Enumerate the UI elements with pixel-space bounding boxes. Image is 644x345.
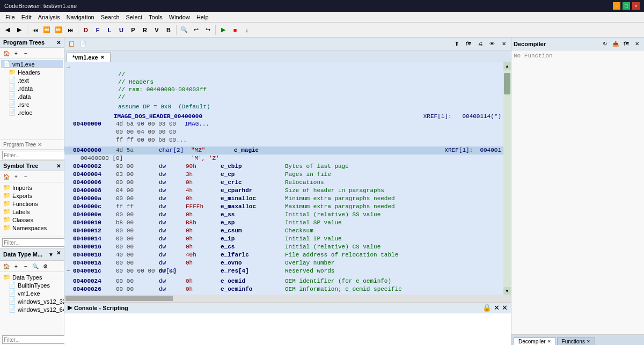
redo-button[interactable]: R: [140, 25, 150, 35]
listing-cursor-btn[interactable]: ⬆: [452, 39, 462, 49]
maximize-button[interactable]: □: [623, 2, 630, 10]
tab-vm1exe[interactable]: *vm1.exe ✕: [67, 53, 111, 62]
menu-file[interactable]: File: [2, 13, 18, 21]
dt-btn3[interactable]: −: [21, 262, 30, 270]
stop-button[interactable]: ■: [230, 25, 240, 35]
list-item[interactable]: 📄 .text: [1, 76, 63, 84]
param-button[interactable]: P: [128, 25, 138, 35]
go-to-next-button[interactable]: ⏩: [53, 25, 64, 35]
tab-functions[interactable]: Functions ✕: [557, 337, 595, 345]
console-lock-btn[interactable]: 🔒: [482, 304, 492, 312]
dt-menu-btn[interactable]: ▼: [47, 250, 55, 259]
listing-vscrollbar[interactable]: ▲ ▼: [503, 62, 511, 295]
list-item[interactable]: 📁 Classes: [1, 216, 63, 224]
menu-help[interactable]: Help: [193, 13, 212, 21]
decompiler-nav-btn[interactable]: 🗺: [621, 39, 631, 49]
close-button[interactable]: ×: [632, 2, 640, 10]
hscroll-thumb[interactable]: [65, 296, 173, 301]
undo-button[interactable]: ↩: [191, 25, 201, 35]
dt-btn4[interactable]: 🔍: [31, 262, 40, 270]
run-button[interactable]: ▶: [218, 25, 229, 35]
redo2-button[interactable]: ↪: [202, 25, 213, 35]
list-item[interactable]: 📁 Imports: [1, 183, 63, 192]
console-clear-btn[interactable]: ✕: [494, 304, 500, 312]
pt-expand-btn[interactable]: +: [12, 49, 20, 57]
collapse-icon[interactable]: −: [67, 147, 73, 153]
menu-search[interactable]: Search: [98, 13, 123, 21]
list-item[interactable]: 📄 BuiltInTypes: [1, 281, 63, 289]
decompiler-tab-close[interactable]: ✕: [547, 339, 551, 344]
listing-code-area[interactable]: → // // Headers // ram: 00400000-004003f…: [64, 62, 503, 295]
scroll-up-btn[interactable]: ▲: [503, 62, 511, 70]
edit-button[interactable]: U: [116, 25, 127, 35]
dt-btn5[interactable]: ⚙: [41, 262, 49, 270]
list-item[interactable]: 📁 Data Types: [1, 273, 63, 281]
list-item[interactable]: 📄 .data: [1, 92, 63, 100]
dt-btn1[interactable]: 🏠: [2, 262, 11, 270]
data-type-filter-input[interactable]: [2, 335, 74, 344]
st-btn3[interactable]: −: [21, 172, 30, 181]
listing-view-btn[interactable]: 👁: [487, 39, 497, 49]
collapse-icon[interactable]: −: [67, 268, 73, 274]
symbol-tree-filter-input[interactable]: [2, 238, 74, 247]
function-button[interactable]: F: [92, 25, 103, 35]
bookmark-button[interactable]: B: [163, 25, 174, 35]
menu-navigation[interactable]: Navigation: [63, 13, 98, 21]
st-btn1[interactable]: 🏠: [2, 172, 11, 181]
forward-button[interactable]: ▶: [14, 25, 25, 35]
label-button[interactable]: L: [104, 25, 115, 35]
symbol-tree-close[interactable]: ✕: [56, 163, 61, 169]
go-to-start-button[interactable]: ⏮: [30, 25, 40, 35]
list-item[interactable]: 📄 .rdata: [1, 84, 63, 92]
list-item[interactable]: 📄 .rsrc: [1, 100, 63, 108]
program-trees-filter-input[interactable]: [2, 151, 74, 159]
menu-tools[interactable]: Tools: [145, 13, 166, 21]
dt-btn2[interactable]: +: [12, 262, 20, 270]
list-item[interactable]: 📁 Namespaces: [1, 224, 63, 232]
listing-nav-btn[interactable]: 🗺: [464, 39, 473, 49]
decompiler-close-btn[interactable]: ✕: [632, 39, 642, 49]
listing-close-btn[interactable]: ✕: [499, 39, 509, 49]
step-button[interactable]: ↓: [241, 25, 252, 35]
menu-analysis[interactable]: Analysis: [35, 13, 63, 21]
listing-hscrollbar[interactable]: [64, 295, 511, 302]
pt-home-btn[interactable]: 🏠: [2, 49, 11, 57]
menu-select[interactable]: Select: [123, 13, 146, 21]
xref-button[interactable]: V: [151, 25, 162, 35]
list-item[interactable]: 📄 windows_vs12_32: [1, 297, 63, 305]
scroll-down-btn[interactable]: ▼: [503, 287, 511, 295]
listing-content[interactable]: → // // Headers // ram: 00400000-004003f…: [64, 62, 511, 295]
code-line[interactable]: − 00400000 4d 5a char[2] "MZ" e_magic XR…: [64, 146, 503, 155]
st-btn2[interactable]: +: [12, 172, 20, 181]
list-item[interactable]: 📄 vm1.exe: [1, 289, 63, 297]
minimize-button[interactable]: −: [613, 2, 620, 10]
tab-close-icon[interactable]: ✕: [100, 55, 105, 60]
list-item[interactable]: 📁 Labels: [1, 208, 63, 216]
decompiler-export-btn[interactable]: 📤: [611, 39, 620, 49]
data-type-close[interactable]: ✕: [56, 250, 61, 259]
console-content[interactable]: [64, 313, 511, 345]
list-item[interactable]: 📁 Functions: [1, 200, 63, 208]
search-btn[interactable]: 🔍: [179, 25, 189, 35]
list-item[interactable]: 📄 vm1.exe: [1, 60, 63, 68]
go-to-end-button[interactable]: ⏭: [65, 25, 76, 35]
list-item[interactable]: 📁 Exports: [1, 192, 63, 200]
pt-collapse-btn[interactable]: −: [21, 49, 30, 57]
tab-decompiler[interactable]: Decompiler ✕: [514, 337, 556, 345]
listing-copy-btn[interactable]: 📋: [67, 39, 76, 49]
functions-tab-close[interactable]: ✕: [587, 339, 590, 344]
disassemble-button[interactable]: D: [80, 25, 91, 35]
back-button[interactable]: ◀: [2, 25, 13, 35]
go-to-prev-button[interactable]: ⏪: [41, 25, 52, 35]
list-item[interactable]: 📁 Headers: [1, 68, 63, 76]
menu-edit[interactable]: Edit: [18, 13, 35, 21]
listing-print-btn[interactable]: 🖨: [475, 39, 485, 49]
decompiler-refresh-btn[interactable]: ↻: [600, 39, 610, 49]
menu-window[interactable]: Window: [166, 13, 193, 21]
console-close-btn[interactable]: ✕: [502, 304, 508, 312]
program-trees-close[interactable]: ✕: [56, 40, 61, 46]
listing-paste-btn[interactable]: 📄: [78, 39, 88, 49]
list-item[interactable]: 📄 .reloc: [1, 108, 63, 116]
scroll-thumb[interactable]: [504, 73, 510, 94]
list-item[interactable]: 📄 windows_vs12_64: [1, 305, 63, 313]
